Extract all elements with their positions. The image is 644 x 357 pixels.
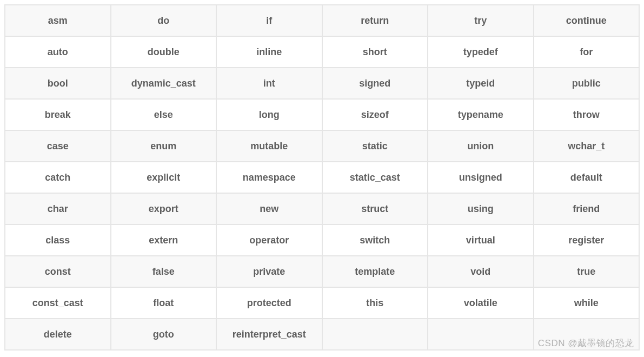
keyword-cell: typeid xyxy=(428,68,534,99)
keyword-cell: float xyxy=(111,287,217,319)
keyword-cell: do xyxy=(111,5,217,36)
keyword-cell: signed xyxy=(322,68,428,99)
keyword-cell: delete xyxy=(5,319,111,350)
keyword-cell: dynamic_cast xyxy=(111,68,217,99)
keyword-cell: unsigned xyxy=(428,162,534,193)
table-row: auto double inline short typedef for xyxy=(5,36,639,68)
keyword-cell: try xyxy=(428,5,534,36)
keyword-cell: friend xyxy=(534,193,640,224)
keyword-cell: asm xyxy=(5,5,111,36)
keyword-cell: true xyxy=(534,256,640,287)
keyword-cell: double xyxy=(111,36,217,68)
keyword-cell: typename xyxy=(428,99,534,130)
keyword-cell: false xyxy=(111,256,217,287)
keyword-cell: if xyxy=(216,5,322,36)
keyword-cell: goto xyxy=(111,319,217,350)
keyword-cell: return xyxy=(322,5,428,36)
keyword-cell: public xyxy=(534,68,640,99)
keyword-cell: auto xyxy=(5,36,111,68)
keyword-cell: inline xyxy=(216,36,322,68)
keyword-cell: explicit xyxy=(111,162,217,193)
keyword-cell: short xyxy=(322,36,428,68)
keyword-cell: template xyxy=(322,256,428,287)
keyword-cell: else xyxy=(111,99,217,130)
keyword-cell: const_cast xyxy=(5,287,111,319)
keyword-cell: register xyxy=(534,224,640,256)
table-row: catch explicit namespace static_cast uns… xyxy=(5,162,639,193)
keyword-cell: operator xyxy=(216,224,322,256)
keyword-cell: char xyxy=(5,193,111,224)
keyword-cell xyxy=(428,319,534,350)
keyword-cell: using xyxy=(428,193,534,224)
keyword-cell: extern xyxy=(111,224,217,256)
keyword-cell: while xyxy=(534,287,640,319)
keyword-cell: catch xyxy=(5,162,111,193)
keyword-cell: switch xyxy=(322,224,428,256)
keyword-cell: sizeof xyxy=(322,99,428,130)
keyword-cell: int xyxy=(216,68,322,99)
keyword-cell: typedef xyxy=(428,36,534,68)
keyword-cell: bool xyxy=(5,68,111,99)
table-row: break else long sizeof typename throw xyxy=(5,99,639,130)
keyword-cell: union xyxy=(428,130,534,162)
keyword-cell: this xyxy=(322,287,428,319)
table-row: asm do if return try continue xyxy=(5,5,639,36)
keyword-cell: mutable xyxy=(216,130,322,162)
keyword-cell: static_cast xyxy=(322,162,428,193)
keyword-cell: throw xyxy=(534,99,640,130)
keyword-cell: long xyxy=(216,99,322,130)
table-row: bool dynamic_cast int signed typeid publ… xyxy=(5,68,639,99)
keyword-cell xyxy=(534,319,640,350)
keyword-cell: reinterpret_cast xyxy=(216,319,322,350)
keyword-cell: default xyxy=(534,162,640,193)
keyword-cell: for xyxy=(534,36,640,68)
table-row: const false private template void true xyxy=(5,256,639,287)
keyword-cell: const xyxy=(5,256,111,287)
table-row: const_cast float protected this volatile… xyxy=(5,287,639,319)
keyword-cell: private xyxy=(216,256,322,287)
keyword-cell: export xyxy=(111,193,217,224)
keyword-cell: namespace xyxy=(216,162,322,193)
table-row: char export new struct using friend xyxy=(5,193,639,224)
keywords-table: asm do if return try continue auto doubl… xyxy=(4,4,640,351)
keyword-cell: struct xyxy=(322,193,428,224)
keyword-cell: class xyxy=(5,224,111,256)
keyword-cell: enum xyxy=(111,130,217,162)
keyword-cell xyxy=(322,319,428,350)
keyword-cell: wchar_t xyxy=(534,130,640,162)
keyword-cell: continue xyxy=(534,5,640,36)
table-row: case enum mutable static union wchar_t xyxy=(5,130,639,162)
keyword-cell: virtual xyxy=(428,224,534,256)
keyword-cell: case xyxy=(5,130,111,162)
keyword-cell: break xyxy=(5,99,111,130)
keyword-cell: volatile xyxy=(428,287,534,319)
keyword-cell: new xyxy=(216,193,322,224)
keyword-cell: protected xyxy=(216,287,322,319)
table-row: delete goto reinterpret_cast xyxy=(5,319,639,350)
keyword-cell: static xyxy=(322,130,428,162)
keyword-cell: void xyxy=(428,256,534,287)
table-row: class extern operator switch virtual reg… xyxy=(5,224,639,256)
